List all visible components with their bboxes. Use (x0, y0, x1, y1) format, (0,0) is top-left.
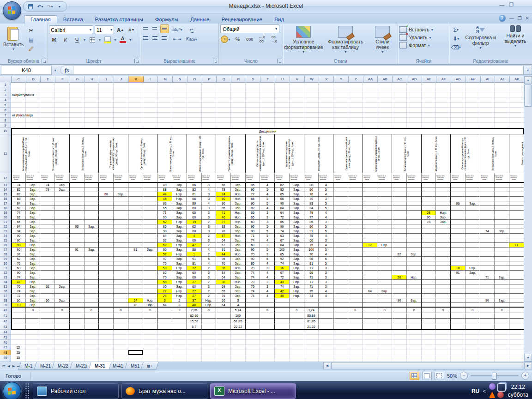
cell[interactable] (260, 108, 275, 113)
cell[interactable] (85, 289, 99, 294)
cell[interactable]: 90 (275, 224, 290, 229)
cell[interactable] (85, 118, 99, 123)
cell[interactable] (99, 113, 114, 118)
cell[interactable] (377, 183, 392, 187)
cell[interactable] (26, 319, 41, 324)
cell[interactable] (85, 280, 99, 284)
cell[interactable] (304, 335, 319, 340)
cell[interactable] (480, 308, 495, 313)
cell[interactable]: Зар. (26, 183, 41, 187)
cell[interactable] (290, 319, 304, 324)
cell[interactable] (55, 289, 70, 294)
cell[interactable] (451, 284, 466, 289)
cell[interactable]: Зар. (85, 224, 99, 229)
cell[interactable]: 74 (11, 211, 26, 215)
cell[interactable]: Нзр. (290, 294, 304, 298)
cell[interactable]: 74 (275, 229, 290, 234)
cell[interactable] (466, 280, 480, 284)
cell[interactable] (363, 215, 378, 220)
cell[interactable] (70, 113, 85, 118)
cell[interactable] (157, 319, 172, 324)
cell[interactable] (377, 201, 392, 206)
cell[interactable] (436, 298, 451, 303)
cell[interactable] (143, 243, 158, 248)
cell[interactable] (422, 261, 436, 266)
cell[interactable] (436, 252, 451, 257)
cell[interactable] (363, 335, 378, 340)
cell[interactable]: 82 (392, 252, 407, 257)
row-header-2[interactable]: 2 (0, 87, 11, 92)
cell[interactable] (202, 82, 217, 87)
cell[interactable] (85, 113, 99, 118)
cell[interactable]: Зар. (172, 215, 187, 220)
cell[interactable] (377, 324, 392, 330)
row-header-45[interactable]: 45 (0, 335, 11, 340)
scroll-left-arrow[interactable]: ◀ (323, 362, 331, 369)
cell[interactable] (128, 103, 143, 108)
cell[interactable] (377, 355, 392, 360)
cell[interactable]: Зар. (495, 298, 509, 303)
ribbon-tab-Вид[interactable]: Вид (268, 16, 290, 24)
cell[interactable]: Зар. (290, 234, 304, 238)
cell[interactable] (466, 355, 480, 360)
cell[interactable] (363, 234, 378, 238)
cell[interactable] (377, 275, 392, 280)
cell[interactable] (363, 108, 378, 113)
column-header-H[interactable]: H (85, 76, 100, 82)
cell[interactable] (392, 238, 407, 243)
cell[interactable] (422, 113, 436, 118)
cell[interactable]: 66 (99, 192, 114, 197)
column-header-F[interactable]: F (55, 76, 70, 82)
workbook-restore-button[interactable]: ❐ (518, 16, 522, 21)
cell[interactable]: Зар. (26, 252, 41, 257)
cell[interactable]: 90 (157, 229, 172, 234)
cell[interactable] (99, 313, 114, 319)
cell[interactable] (392, 192, 407, 197)
cell[interactable] (85, 335, 99, 340)
subheader-cell[interactable]: Оцінка за 5-бальною шкалою (231, 173, 246, 183)
cell[interactable]: 91 (451, 271, 466, 275)
cell[interactable]: 2 (202, 243, 217, 248)
cell[interactable] (99, 294, 114, 298)
cell[interactable] (495, 271, 509, 275)
cell[interactable] (55, 280, 70, 284)
cell[interactable] (246, 313, 260, 319)
cell[interactable] (348, 335, 363, 340)
cell[interactable] (99, 215, 114, 220)
cell[interactable]: 58 (157, 280, 172, 284)
cell[interactable] (246, 319, 260, 324)
cell[interactable] (377, 271, 392, 275)
cell[interactable]: Зар. (26, 257, 41, 261)
cell[interactable] (363, 123, 378, 128)
cell[interactable]: 98 (11, 243, 26, 248)
cell[interactable]: 76 (11, 261, 26, 266)
cell[interactable] (422, 224, 436, 229)
cell[interactable]: 96 (451, 201, 466, 206)
cell[interactable] (363, 113, 378, 118)
cell[interactable] (451, 234, 466, 238)
cell[interactable]: 3 (157, 298, 172, 303)
cell[interactable] (304, 103, 319, 108)
cell[interactable]: 89 (187, 201, 202, 206)
cell[interactable]: 0 (260, 308, 275, 313)
cell[interactable] (422, 294, 436, 298)
cell[interactable] (363, 82, 378, 87)
row-header-4[interactable]: 4 (0, 97, 11, 103)
cell[interactable] (363, 248, 378, 252)
cell[interactable] (363, 319, 378, 324)
cell[interactable]: Зар. (231, 224, 246, 229)
cell[interactable]: 27 (187, 289, 202, 294)
cell[interactable] (377, 229, 392, 234)
cell[interactable] (40, 108, 55, 113)
cell[interactable] (392, 229, 407, 234)
cell[interactable] (55, 294, 70, 298)
cell[interactable]: 4 (260, 261, 275, 266)
cell[interactable] (143, 224, 158, 229)
cell[interactable]: Нзр. (26, 280, 41, 284)
cell[interactable] (290, 298, 304, 303)
row-header-16[interactable]: 16 (0, 197, 11, 201)
cell[interactable]: Зар. (172, 201, 187, 206)
cell[interactable]: 72 (11, 294, 26, 298)
cell[interactable] (143, 87, 158, 92)
cell[interactable] (143, 92, 158, 97)
